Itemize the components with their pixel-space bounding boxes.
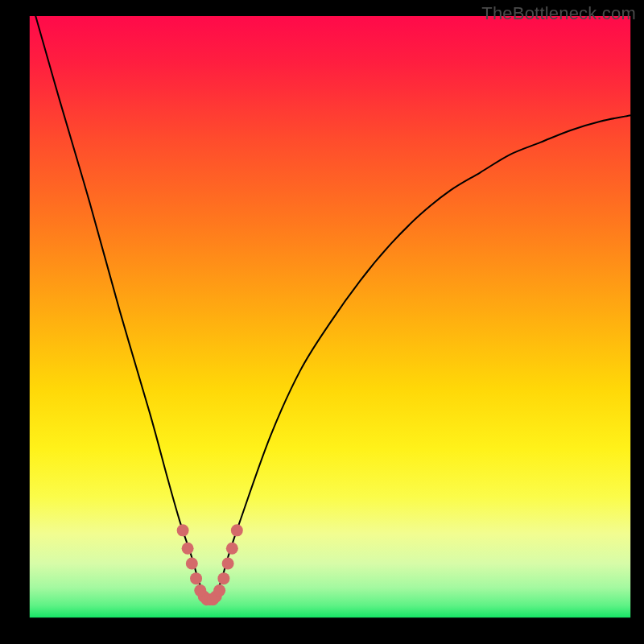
chart-frame: TheBottleneck.com xyxy=(0,0,644,644)
fit-dot xyxy=(222,557,234,569)
bottleneck-chart xyxy=(0,0,644,644)
fit-dot xyxy=(182,543,194,555)
fit-dot xyxy=(231,524,243,536)
fit-dot xyxy=(190,572,202,584)
plot-background xyxy=(30,16,630,617)
watermark-text: TheBottleneck.com xyxy=(481,3,636,24)
fit-dot xyxy=(186,557,198,569)
fit-dot xyxy=(217,572,229,584)
fit-dot xyxy=(213,584,225,597)
fit-dot xyxy=(226,543,238,555)
fit-dot xyxy=(177,524,189,536)
